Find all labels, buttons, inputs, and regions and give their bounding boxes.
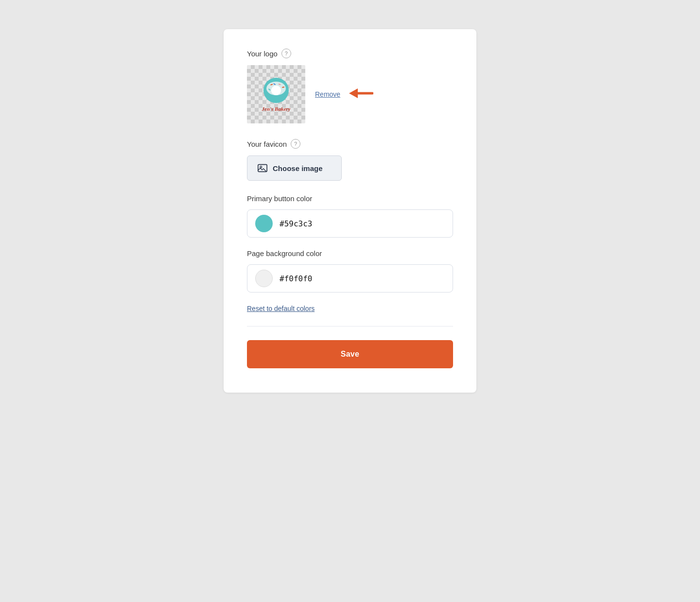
svg-point-3 bbox=[271, 86, 281, 95]
remove-row: Remove bbox=[315, 86, 373, 103]
choose-image-button[interactable]: Choose image bbox=[247, 155, 342, 181]
primary-color-label: Primary button color bbox=[247, 194, 453, 203]
settings-card: Your logo ? bbox=[224, 29, 476, 393]
primary-color-value: #59c3c3 bbox=[280, 219, 312, 228]
logo-svg: Jen's Bakery bbox=[252, 70, 300, 119]
arrow-indicator bbox=[344, 86, 373, 103]
remove-logo-button[interactable]: Remove bbox=[315, 90, 340, 98]
favicon-label-text: Your favicon bbox=[247, 140, 287, 148]
logo-section-label: Your logo ? bbox=[247, 49, 453, 58]
logo-checkerboard: Jen's Bakery bbox=[247, 65, 305, 123]
primary-color-swatch[interactable] bbox=[255, 215, 273, 232]
choose-image-label: Choose image bbox=[273, 164, 323, 172]
primary-color-section: Primary button color #59c3c3 bbox=[247, 194, 453, 238]
background-color-label: Page background color bbox=[247, 249, 453, 258]
background-color-input-row[interactable]: #f0f0f0 bbox=[247, 264, 453, 292]
save-button[interactable]: Save bbox=[247, 340, 453, 368]
image-icon bbox=[257, 163, 268, 173]
background-color-swatch[interactable] bbox=[255, 270, 273, 287]
favicon-section: Your favicon ? Choose image bbox=[247, 139, 453, 181]
favicon-section-label: Your favicon ? bbox=[247, 139, 453, 149]
reset-colors-button[interactable]: Reset to default colors bbox=[247, 305, 315, 312]
favicon-help-icon[interactable]: ? bbox=[291, 139, 300, 149]
svg-text:Jen's Bakery: Jen's Bakery bbox=[262, 106, 291, 112]
primary-color-input-row[interactable]: #59c3c3 bbox=[247, 209, 453, 238]
background-color-value: #f0f0f0 bbox=[280, 274, 312, 283]
logo-preview: Jen's Bakery bbox=[247, 65, 305, 123]
svg-point-11 bbox=[260, 166, 262, 168]
logo-help-icon[interactable]: ? bbox=[281, 49, 291, 58]
divider bbox=[247, 326, 453, 327]
logo-label-text: Your logo bbox=[247, 50, 278, 58]
logo-area: Jen's Bakery Remove bbox=[247, 65, 453, 123]
background-color-section: Page background color #f0f0f0 bbox=[247, 249, 453, 292]
